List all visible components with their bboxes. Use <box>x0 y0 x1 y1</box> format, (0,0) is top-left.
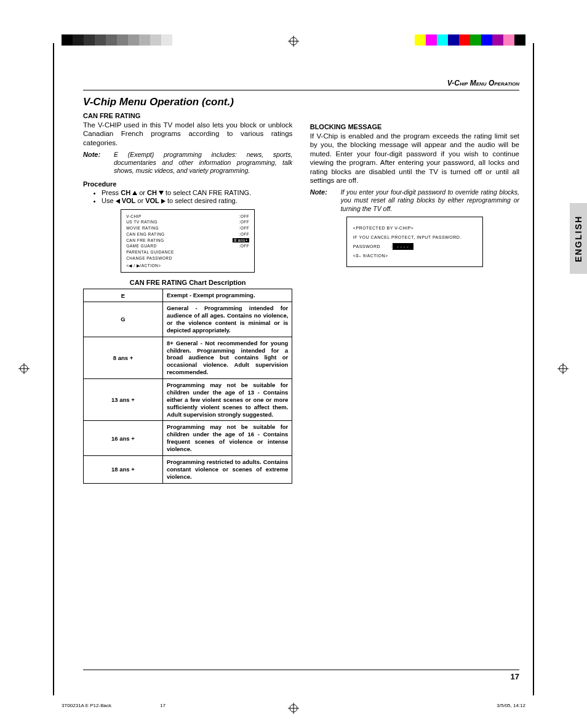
table-caption: CAN FRE RATING Chart Description <box>83 279 292 286</box>
procedure-heading: Procedure <box>83 180 292 188</box>
registration-mark-icon <box>557 363 569 374</box>
footer-doc-id: 3T00231A E P12-Back <box>62 703 111 708</box>
table-row: 18 ans +Programming restricted to adults… <box>84 455 292 483</box>
table-row: 13 ans +Programming may not be suitable … <box>84 379 292 421</box>
registration-mark-icon <box>18 363 30 374</box>
language-tab: ENGLISH <box>570 203 587 274</box>
page: V-Chip Menu Operation V-Chip Menu Operat… <box>0 0 587 728</box>
section-heading: BLOCKING MESSAGE <box>310 123 519 130</box>
triangle-down-icon <box>159 191 164 195</box>
osd-row: PARENTAL GUIDANCE <box>126 249 249 255</box>
table-row: 16 ans +Programming may not be suitable … <box>84 421 292 456</box>
header-rule <box>83 90 519 90</box>
running-header: V-Chip Menu Operation <box>447 79 519 87</box>
osd-row: MOVIE RATING:OFF <box>126 225 249 231</box>
table-row: 8 ans +8+ General - Not recommended for … <box>84 337 292 378</box>
osd-row: CHANGE PASSWORD <box>126 255 249 262</box>
left-column: CAN FRE RATING The V-CHIP used in this T… <box>83 110 292 484</box>
section-body: The V-CHIP used in this TV model also le… <box>83 121 292 147</box>
section-heading: CAN FRE RATING <box>83 112 292 119</box>
content: V-Chip Menu Operation (cont.) CAN FRE RA… <box>83 92 519 484</box>
note-text: If you enter your four-digit password to… <box>341 188 519 212</box>
osd-row: GAME GUARD:OFF <box>126 243 249 249</box>
crop-mark-left <box>53 43 54 695</box>
osd-row: V-CHIP:OFF <box>126 214 249 220</box>
right-column: BLOCKING MESSAGE If V-Chip is enabled an… <box>310 110 519 271</box>
triangle-up-icon <box>132 191 137 195</box>
list-item: Use VOL or VOL to select desired rating. <box>102 197 292 204</box>
note-text: E (Exempt) programming includes: news, s… <box>114 151 292 175</box>
osd-row: CAN FRE RATING:8 ans+ <box>126 238 249 244</box>
table-row: EExempt - Exempt programming. <box>84 289 292 302</box>
osd-menu: V-CHIP:OFFUS TV RATING:OFFMOVIE RATING:O… <box>121 209 255 273</box>
registration-mark-icon <box>288 36 299 47</box>
osd-row: CAN ENG RATING:OFF <box>126 231 249 238</box>
footer-datetime: 3/5/05, 14:12 <box>497 703 525 708</box>
page-title: V-Chip Menu Operation (cont.) <box>83 96 519 108</box>
note: Note: E (Exempt) programming includes: n… <box>83 151 292 175</box>
note-label: Note: <box>83 151 110 175</box>
osd-blocking: <PROTECTED BY V-CHIP> IF YOU CANCEL PROT… <box>346 217 483 268</box>
list-item: Press CH or CH to select CAN FRE RATING. <box>102 189 292 196</box>
procedure-list: Press CH or CH to select CAN FRE RATING.… <box>83 189 292 204</box>
print-footer: 3T00231A E P12-Back 17 3/5/05, 14:12 <box>62 703 525 708</box>
color-bar-color <box>415 34 525 46</box>
triangle-right-icon <box>161 199 166 204</box>
footer-page: 17 <box>160 703 166 708</box>
color-bar-gray <box>62 34 172 46</box>
triangle-left-icon <box>116 199 120 204</box>
osd-row: US TV RATING:OFF <box>126 219 249 225</box>
page-number: 17 <box>511 672 519 681</box>
note-label: Note: <box>310 188 337 212</box>
section-body: If V-Chip is enabled and the program exc… <box>310 132 519 185</box>
footer-rule <box>83 670 519 670</box>
table-row: GGeneral - Programming intended for audi… <box>84 302 292 337</box>
crop-mark-right <box>533 43 534 695</box>
note: Note: If you enter your four-digit passw… <box>310 188 519 212</box>
rating-table: EExempt - Exempt programming.GGeneral - … <box>83 289 292 483</box>
